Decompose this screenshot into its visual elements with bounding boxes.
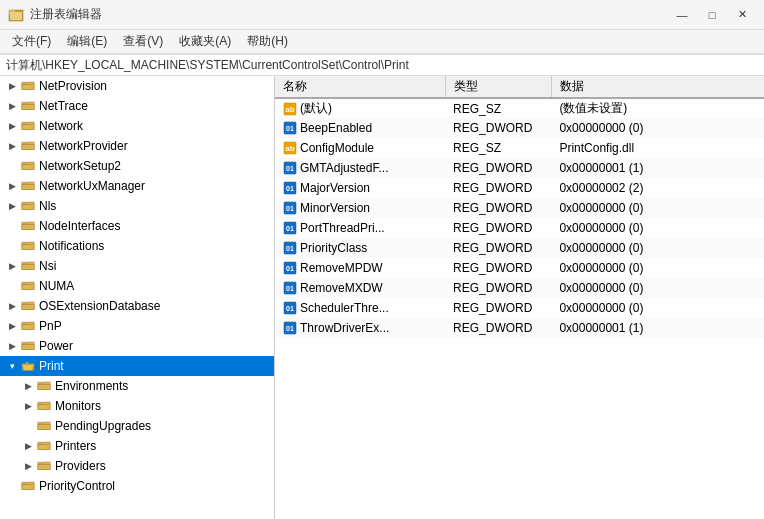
svg-text:01: 01 [286, 265, 294, 272]
svg-rect-26 [22, 302, 26, 304]
cell-data-2: PrintConfig.dll [551, 138, 764, 158]
app-icon [8, 7, 24, 23]
folder-icon-monitors [36, 398, 52, 414]
tree-label-power: Power [39, 339, 73, 353]
expand-btn-monitors[interactable]: ▶ [20, 398, 36, 414]
minimize-button[interactable]: — [668, 5, 696, 25]
table-row[interactable]: 01 SchedulerThre...REG_DWORD0x00000000 (… [275, 298, 764, 318]
cell-data-5: 0x00000000 (0) [551, 198, 764, 218]
folder-icon-osextension [20, 298, 36, 314]
svg-rect-27 [22, 324, 34, 329]
menu-item-file[interactable]: 文件(F) [4, 32, 59, 52]
tree-item-power[interactable]: ▶ Power [0, 336, 274, 356]
tree-label-networkprovider: NetworkProvider [39, 139, 128, 153]
svg-rect-12 [22, 162, 26, 164]
tree-item-nodeinterfaces[interactable]: NodeInterfaces [0, 216, 274, 236]
expand-btn-nsi[interactable]: ▶ [4, 258, 20, 274]
table-row[interactable]: 01 ThrowDriverEx...REG_DWORD0x00000001 (… [275, 318, 764, 338]
col-data[interactable]: 数据 [551, 76, 764, 98]
tree-item-pendingupgrades[interactable]: PendingUpgrades [0, 416, 274, 436]
tree-item-networkuxmanager[interactable]: ▶ NetworkUxManager [0, 176, 274, 196]
table-row[interactable]: 01 RemoveMXDWREG_DWORD0x00000000 (0) [275, 278, 764, 298]
tree-item-prioritycontrol[interactable]: PriorityControl [0, 476, 274, 496]
svg-rect-11 [22, 164, 34, 169]
expand-btn-providers[interactable]: ▶ [20, 458, 36, 474]
tree-item-pnp[interactable]: ▶ PnP [0, 316, 274, 336]
expand-btn-prioritycontrol [4, 478, 20, 494]
menu-item-favorites[interactable]: 收藏夹(A) [171, 32, 239, 52]
expand-btn-nls[interactable]: ▶ [4, 198, 20, 214]
menu-item-view[interactable]: 查看(V) [115, 32, 171, 52]
table-row[interactable]: 01 MajorVersionREG_DWORD0x00000002 (2) [275, 178, 764, 198]
expand-btn-environments[interactable]: ▶ [20, 378, 36, 394]
tree-item-numa[interactable]: NUMA [0, 276, 274, 296]
tree-label-netprovision: NetProvision [39, 79, 107, 93]
title-bar-controls: — □ ✕ [668, 5, 756, 25]
tree-item-networkprovider[interactable]: ▶ NetworkProvider [0, 136, 274, 156]
main-content: ▶ NetProvision▶ NetTrace▶ Network▶ Netwo… [0, 76, 764, 519]
cell-name-3: 01 GMTAdjustedF... [275, 158, 445, 178]
tree-item-netprovision[interactable]: ▶ NetProvision [0, 76, 274, 96]
cell-name-text-11: ThrowDriverEx... [300, 321, 389, 335]
tree-item-network[interactable]: ▶ Network [0, 116, 274, 136]
expand-btn-nettrace[interactable]: ▶ [4, 98, 20, 114]
table-row[interactable]: 01 MinorVersionREG_DWORD0x00000000 (0) [275, 198, 764, 218]
cell-data-4: 0x00000002 (2) [551, 178, 764, 198]
expand-btn-printers[interactable]: ▶ [20, 438, 36, 454]
cell-name-11: 01 ThrowDriverEx... [275, 318, 445, 338]
tree-item-networksetup2[interactable]: NetworkSetup2 [0, 156, 274, 176]
folder-icon-printers [36, 438, 52, 454]
table-row[interactable]: 01 GMTAdjustedF...REG_DWORD0x00000001 (1… [275, 158, 764, 178]
expand-btn-osextension[interactable]: ▶ [4, 298, 20, 314]
tree-item-nsi[interactable]: ▶ Nsi [0, 256, 274, 276]
cell-name-0: ab (默认) [275, 98, 445, 118]
svg-rect-32 [38, 382, 42, 384]
right-scroll[interactable]: 名称 类型 数据 ab (默认)REG_SZ(数值未设置) 01 BeepEna… [275, 76, 764, 519]
cell-name-text-3: GMTAdjustedF... [300, 161, 388, 175]
table-row[interactable]: 01 RemoveMPDWREG_DWORD0x00000000 (0) [275, 258, 764, 278]
expand-btn-netprovision[interactable]: ▶ [4, 78, 20, 94]
menu-item-edit[interactable]: 编辑(E) [59, 32, 115, 52]
tree-item-osextension[interactable]: ▶ OSExtensionDatabase [0, 296, 274, 316]
svg-rect-5 [22, 104, 34, 109]
col-name[interactable]: 名称 [275, 76, 445, 98]
expand-btn-power[interactable]: ▶ [4, 338, 20, 354]
tree-label-nsi: Nsi [39, 259, 56, 273]
svg-rect-35 [38, 424, 50, 429]
cell-data-1: 0x00000000 (0) [551, 118, 764, 138]
tree-item-monitors[interactable]: ▶ Monitors [0, 396, 274, 416]
tree-item-providers[interactable]: ▶ Providers [0, 456, 274, 476]
tree-item-nettrace[interactable]: ▶ NetTrace [0, 96, 274, 116]
cell-type-1: REG_DWORD [445, 118, 551, 138]
svg-rect-34 [38, 402, 42, 404]
table-row[interactable]: 01 PortThreadPri...REG_DWORD0x00000000 (… [275, 218, 764, 238]
tree-scroll[interactable]: ▶ NetProvision▶ NetTrace▶ Network▶ Netwo… [0, 76, 274, 519]
tree-item-environments[interactable]: ▶ Environments [0, 376, 274, 396]
cell-type-5: REG_DWORD [445, 198, 551, 218]
expand-btn-network[interactable]: ▶ [4, 118, 20, 134]
expand-btn-networkuxmanager[interactable]: ▶ [4, 178, 20, 194]
close-button[interactable]: ✕ [728, 5, 756, 25]
svg-rect-33 [38, 404, 50, 409]
expand-btn-networkprovider[interactable]: ▶ [4, 138, 20, 154]
table-row[interactable]: ab ConfigModuleREG_SZPrintConfig.dll [275, 138, 764, 158]
tree-item-printers[interactable]: ▶ Printers [0, 436, 274, 456]
folder-icon-prioritycontrol [20, 478, 36, 494]
col-type[interactable]: 类型 [445, 76, 551, 98]
menu-item-help[interactable]: 帮助(H) [239, 32, 296, 52]
folder-icon-nsi [20, 258, 36, 274]
tree-pane: ▶ NetProvision▶ NetTrace▶ Network▶ Netwo… [0, 76, 275, 519]
table-row[interactable]: 01 PriorityClassREG_DWORD0x00000000 (0) [275, 238, 764, 258]
tree-item-print[interactable]: ▾ Print [0, 356, 274, 376]
svg-rect-22 [22, 262, 26, 264]
maximize-button[interactable]: □ [698, 5, 726, 25]
expand-btn-print[interactable]: ▾ [4, 358, 20, 374]
cell-name-5: 01 MinorVersion [275, 198, 445, 218]
tree-item-nls[interactable]: ▶ Nls [0, 196, 274, 216]
tree-item-notifications[interactable]: Notifications [0, 236, 274, 256]
table-row[interactable]: 01 BeepEnabledREG_DWORD0x00000000 (0) [275, 118, 764, 138]
expand-btn-pnp[interactable]: ▶ [4, 318, 20, 334]
svg-rect-8 [22, 122, 26, 124]
table-row[interactable]: ab (默认)REG_SZ(数值未设置) [275, 98, 764, 118]
expand-btn-pendingupgrades [20, 418, 36, 434]
